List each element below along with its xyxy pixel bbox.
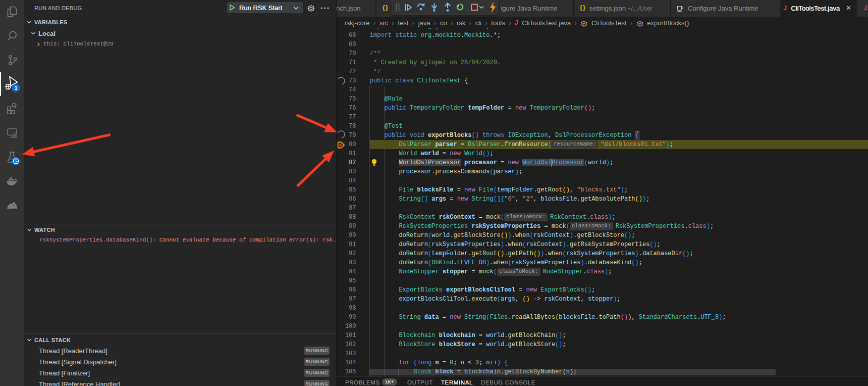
svg-text:1: 1 xyxy=(15,85,18,91)
